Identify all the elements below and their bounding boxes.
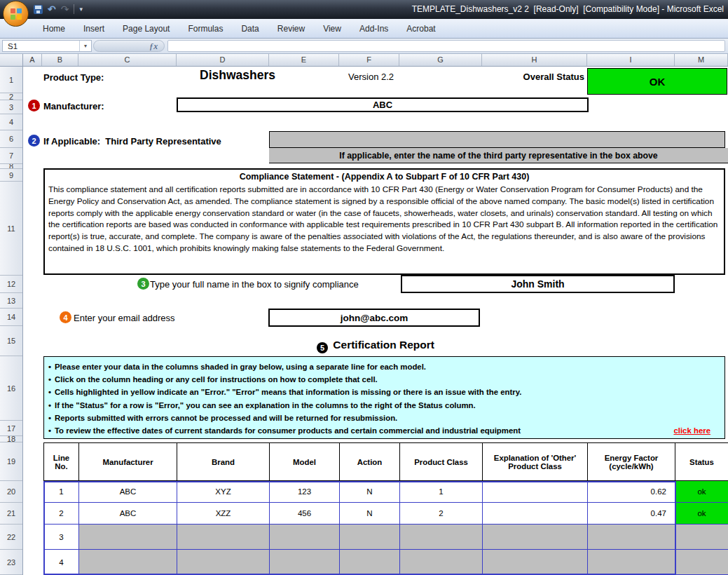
row-header-4[interactable]: 4 (0, 114, 22, 130)
table-column-header[interactable]: Line No. (44, 443, 79, 480)
table-cell[interactable] (400, 550, 483, 575)
table-column-header[interactable]: Explanation of 'Other' Product Class (483, 443, 588, 480)
table-cell[interactable]: 123 (270, 481, 340, 503)
column-header-H[interactable]: H (482, 54, 587, 66)
row-header-14[interactable]: 14 (0, 309, 22, 326)
tab-insert[interactable]: Insert (74, 19, 114, 39)
tab-page-layout[interactable]: Page Layout (114, 19, 179, 39)
table-cell[interactable] (483, 550, 588, 575)
table-cell[interactable] (483, 481, 588, 503)
column-header-C[interactable]: C (78, 54, 177, 66)
row-header-6[interactable]: 6 (0, 130, 22, 148)
table-cell[interactable]: ABC (79, 503, 177, 525)
table-cell[interactable]: 0.47 (588, 503, 675, 525)
table-cell[interactable]: ABC (79, 481, 177, 503)
table-cell[interactable] (588, 550, 675, 575)
row-header-7[interactable]: 7 (0, 148, 22, 164)
column-header-F[interactable]: F (339, 54, 399, 66)
tab-home[interactable]: Home (34, 19, 74, 39)
column-header-M[interactable]: M (675, 54, 728, 66)
table-cell[interactable] (340, 525, 400, 550)
table-cell[interactable] (79, 525, 177, 550)
row-header-21[interactable]: 21 (0, 503, 22, 525)
table-column-header[interactable]: Status (675, 443, 728, 480)
row-header-8[interactable]: 8 (0, 164, 22, 169)
table-cell[interactable] (675, 550, 728, 575)
table-cell[interactable] (588, 525, 675, 550)
table-cell[interactable] (177, 525, 270, 550)
column-header-D[interactable]: D (177, 54, 269, 66)
formula-input[interactable] (167, 40, 725, 52)
table-cell[interactable] (483, 525, 588, 550)
table-cell[interactable]: ok (675, 481, 728, 503)
table-cell[interactable] (675, 525, 728, 550)
column-header-B[interactable]: B (42, 54, 78, 66)
table-column-header[interactable]: Model (270, 443, 340, 480)
tab-add-ins[interactable]: Add-Ins (350, 19, 397, 39)
tab-data[interactable]: Data (232, 19, 268, 39)
email-input[interactable]: john@abc.com (268, 309, 480, 327)
column-header-A[interactable]: A (23, 54, 42, 66)
table-cell[interactable]: 2 (44, 503, 79, 525)
row-header-15[interactable]: 15 (0, 326, 22, 356)
table-cell[interactable] (177, 550, 270, 575)
undo-icon[interactable]: ↶ (48, 2, 56, 16)
signature-input[interactable]: John Smith (401, 275, 675, 293)
column-header-E[interactable]: E (269, 54, 339, 66)
tab-view[interactable]: View (314, 19, 350, 39)
table-cell[interactable] (270, 550, 340, 575)
click-here-link[interactable]: click here (673, 424, 710, 437)
row-header-20[interactable]: 20 (0, 481, 22, 503)
table-cell[interactable]: ok (675, 503, 728, 525)
row-header-9[interactable]: 9 (0, 169, 22, 182)
column-header-G[interactable]: G (399, 54, 482, 66)
row-header-12[interactable]: 12 (0, 276, 22, 293)
table-column-header[interactable]: Product Class (400, 443, 483, 480)
table-cell[interactable]: N (340, 481, 400, 503)
row-header-22[interactable]: 22 (0, 525, 22, 550)
row-header-11[interactable]: 11 (0, 182, 22, 276)
table-column-header[interactable]: Brand (177, 443, 270, 480)
table-cell[interactable]: 1 (400, 481, 483, 503)
row-header-1[interactable]: 1 (0, 67, 22, 93)
table-cell[interactable]: 1 (44, 481, 79, 503)
table-cell[interactable]: 456 (270, 503, 340, 525)
customize-toolbar-icon[interactable]: ▾ (79, 6, 83, 13)
tab-formulas[interactable]: Formulas (179, 19, 232, 39)
table-cell[interactable] (400, 525, 483, 550)
row-header-3[interactable]: 3 (0, 100, 22, 114)
row-header-2[interactable]: 2 (0, 93, 22, 100)
column-header-I[interactable]: I (587, 54, 675, 66)
row-header-16[interactable]: 16 (0, 356, 22, 421)
table-cell[interactable] (270, 525, 340, 550)
tab-acrobat[interactable]: Acrobat (397, 19, 444, 39)
office-button[interactable] (3, 1, 29, 27)
table-cell[interactable] (79, 550, 177, 575)
table-cell[interactable]: 3 (44, 525, 79, 550)
row-header-13[interactable]: 13 (0, 293, 22, 309)
table-cell[interactable]: XZZ (177, 503, 270, 525)
table-column-header[interactable]: Energy Factor (cycle/kWh) (588, 443, 675, 480)
table-cell[interactable]: 2 (400, 503, 483, 525)
save-icon[interactable] (34, 5, 43, 14)
table-column-header[interactable]: Manufacturer (79, 443, 177, 480)
name-box[interactable]: S1 ▾ (2, 40, 92, 52)
table-cell[interactable]: 4 (44, 550, 79, 575)
table-cell[interactable] (483, 503, 588, 525)
table-cell[interactable]: 0.62 (588, 481, 675, 503)
manufacturer-input[interactable]: ABC (177, 97, 589, 112)
select-all-corner[interactable] (0, 54, 23, 66)
tab-review[interactable]: Review (268, 19, 314, 39)
chevron-down-icon[interactable]: ▾ (79, 41, 91, 51)
table-cell[interactable]: N (340, 503, 400, 525)
table-cell[interactable] (340, 550, 400, 575)
row-header-17[interactable]: 17 (0, 421, 22, 436)
table-cell[interactable]: XYZ (177, 481, 270, 503)
insert-function-icon[interactable]: ƒx (149, 41, 158, 51)
table-column-header[interactable]: Action (340, 443, 400, 480)
third-party-input[interactable] (269, 131, 725, 148)
row-header-19[interactable]: 19 (0, 442, 22, 481)
redo-icon[interactable]: ↷ (61, 2, 69, 16)
row-header-23[interactable]: 23 (0, 550, 22, 575)
row-header-18[interactable]: 18 (0, 436, 22, 442)
